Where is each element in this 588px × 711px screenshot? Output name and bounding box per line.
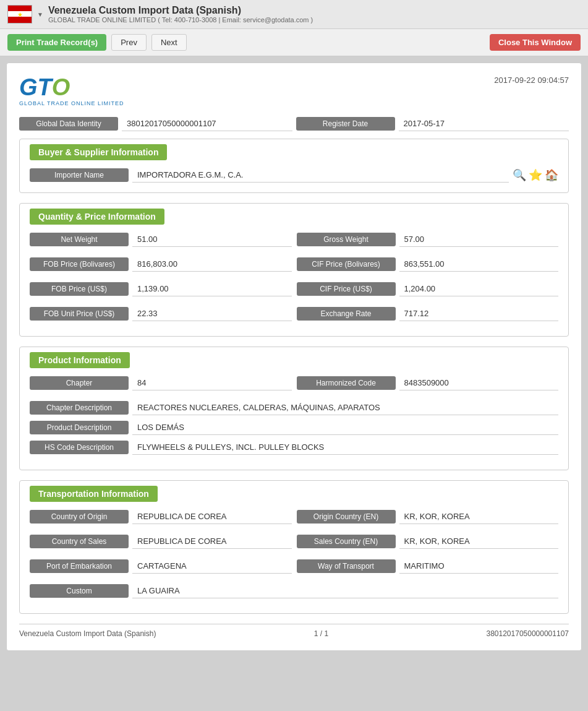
dropdown-arrow[interactable]: ▼ <box>37 11 43 18</box>
hs-code-description-value: FLYWHEELS & PULLEYS, INCL. PULLEY BLOCKS <box>132 440 558 455</box>
flag-icon <box>7 5 32 24</box>
origin-country-en-label: Origin Country (EN) <box>297 510 396 524</box>
harmonized-code-row: Harmonized Code 8483509000 <box>297 376 559 390</box>
quantity-price-section: Quantity & Price Information Net Weight … <box>19 203 569 337</box>
footer-left: Venezuela Custom Import Data (Spanish) <box>19 629 156 638</box>
importer-row: Importer Name IMPORTADORA E.G.M., C.A. 🔍… <box>30 168 558 183</box>
gross-weight-row: Gross Weight 57.00 <box>297 232 559 247</box>
fob-price-usd-label: FOB Price (US$) <box>30 282 129 296</box>
global-data-identity-value: 38012017050000001107 <box>122 116 292 131</box>
footer-center: 1 / 1 <box>314 629 328 638</box>
port-of-embarkation-label: Port of Embarkation <box>30 559 129 573</box>
footer-right: 38012017050000001107 <box>487 629 569 638</box>
gross-weight-label: Gross Weight <box>297 233 396 246</box>
importer-icons: 🔍 ⭐ 🏠 <box>513 168 558 182</box>
main-content: G T O GLOBAL TRADE ONLINE LIMITED 2017-0… <box>6 62 582 651</box>
sales-country-en-label: Sales Country (EN) <box>297 535 396 548</box>
register-date-value: 2017-05-17 <box>399 116 569 131</box>
record-date: 2017-09-22 09:04:57 <box>494 75 569 85</box>
sales-country-en-row: Sales Country (EN) KR, KOR, KOREA <box>297 534 559 549</box>
home-icon[interactable]: 🏠 <box>545 168 558 182</box>
product-title: Product Information <box>30 352 130 368</box>
custom-row: Custom LA GUAIRA <box>30 584 558 598</box>
next-button[interactable]: Next <box>151 34 187 51</box>
cif-price-usd-label: CIF Price (US$) <box>297 282 396 296</box>
chapter-description-row: Chapter Description REACTORES NUCLEARES,… <box>30 400 558 415</box>
chapter-value: 84 <box>132 376 292 390</box>
app-subtitle: GLOBAL TRADE ONLINE LIMITED ( Tel: 400-7… <box>48 16 313 24</box>
chapter-row: Chapter 84 <box>30 376 292 390</box>
prev-button[interactable]: Prev <box>111 34 147 51</box>
star-icon[interactable]: ⭐ <box>529 168 542 182</box>
way-of-transport-label: Way of Transport <box>297 559 396 573</box>
toolbar: Print Trade Record(s) Prev Next Close Th… <box>0 29 588 56</box>
chapter-description-label: Chapter Description <box>30 401 129 415</box>
net-weight-row: Net Weight 51.00 <box>30 232 292 247</box>
fob-price-bol-label: FOB Price (Bolivares) <box>30 257 129 271</box>
transportation-grid: Country of Origin REPUBLICA DE COREA Ori… <box>30 509 558 579</box>
net-weight-value: 51.00 <box>132 232 292 247</box>
custom-label: Custom <box>30 584 129 598</box>
country-of-origin-value: REPUBLICA DE COREA <box>132 509 292 524</box>
exchange-rate-row: Exchange Rate 717.12 <box>297 306 559 321</box>
identity-row: Global Data Identity 3801201705000000110… <box>19 116 569 131</box>
transportation-title-bar: Transportation Information <box>30 486 558 502</box>
close-window-button[interactable]: Close This Window <box>490 34 581 51</box>
origin-country-en-row: Origin Country (EN) KR, KOR, KOREA <box>297 509 559 524</box>
document-header: G T O GLOBAL TRADE ONLINE LIMITED 2017-0… <box>19 75 569 106</box>
hs-code-description-row: HS Code Description FLYWHEELS & PULLEYS,… <box>30 440 558 455</box>
country-of-sales-value: REPUBLICA DE COREA <box>132 534 292 549</box>
importer-name-value: IMPORTADORA E.G.M., C.A. <box>132 168 509 183</box>
product-title-bar: Product Information <box>30 352 558 368</box>
global-data-identity-label: Global Data Identity <box>19 117 118 131</box>
country-of-origin-row: Country of Origin REPUBLICA DE COREA <box>30 509 292 524</box>
top-bar: ▼ Venezuela Custom Import Data (Spanish)… <box>0 0 588 29</box>
port-of-embarkation-value: CARTAGENA <box>132 559 292 574</box>
net-weight-label: Net Weight <box>30 233 129 246</box>
product-top-grid: Chapter 84 Harmonized Code 8483509000 <box>30 376 558 395</box>
document-footer: Venezuela Custom Import Data (Spanish) 1… <box>19 624 569 638</box>
hs-code-description-label: HS Code Description <box>30 441 129 454</box>
fob-price-bol-value: 816,803.00 <box>132 257 292 272</box>
cif-price-bol-value: 863,551.00 <box>399 257 559 272</box>
country-of-sales-label: Country of Sales <box>30 535 129 548</box>
quantity-price-title: Quantity & Price Information <box>30 209 164 225</box>
gross-weight-value: 57.00 <box>399 232 559 247</box>
way-of-transport-value: MARITIMO <box>399 559 559 574</box>
search-icon[interactable]: 🔍 <box>513 168 526 182</box>
importer-name-label: Importer Name <box>30 168 129 182</box>
app-title: Venezuela Custom Import Data (Spanish) <box>48 5 313 16</box>
fob-unit-price-value: 22.33 <box>132 306 292 321</box>
way-of-transport-row: Way of Transport MARITIMO <box>297 559 559 574</box>
product-description-row: Product Description LOS DEMÁS <box>30 420 558 435</box>
port-of-embarkation-row: Port of Embarkation CARTAGENA <box>30 559 292 574</box>
transportation-title: Transportation Information <box>30 486 158 502</box>
country-of-sales-row: Country of Sales REPUBLICA DE COREA <box>30 534 292 549</box>
sales-country-en-value: KR, KOR, KOREA <box>399 534 559 549</box>
fob-price-bol-row: FOB Price (Bolivares) 816,803.00 <box>30 257 292 272</box>
fob-unit-price-row: FOB Unit Price (US$) 22.33 <box>30 306 292 321</box>
buyer-supplier-section: Buyer & Supplier Information Importer Na… <box>19 139 569 193</box>
buyer-supplier-title-bar: Buyer & Supplier Information <box>30 144 558 160</box>
fob-price-usd-row: FOB Price (US$) 1,139.00 <box>30 282 292 296</box>
exchange-rate-value: 717.12 <box>399 306 559 321</box>
fob-price-usd-value: 1,139.00 <box>132 282 292 296</box>
register-date-label: Register Date <box>296 117 395 131</box>
harmonized-code-value: 8483509000 <box>399 376 559 390</box>
fob-unit-price-label: FOB Unit Price (US$) <box>30 307 129 321</box>
product-description-label: Product Description <box>30 421 129 434</box>
custom-value: LA GUAIRA <box>132 584 558 598</box>
logo-subtitle: GLOBAL TRADE ONLINE LIMITED <box>19 100 124 106</box>
origin-country-en-value: KR, KOR, KOREA <box>399 509 559 524</box>
chapter-label: Chapter <box>30 376 129 390</box>
product-description-value: LOS DEMÁS <box>132 420 558 435</box>
print-button[interactable]: Print Trade Record(s) <box>7 34 106 51</box>
cif-price-bol-label: CIF Price (Bolivares) <box>297 257 396 271</box>
chapter-description-value: REACTORES NUCLEARES, CALDERAS, MÁQUINAS,… <box>132 400 558 415</box>
quantity-price-title-bar: Quantity & Price Information <box>30 209 558 225</box>
buyer-supplier-title: Buyer & Supplier Information <box>30 144 167 160</box>
country-of-origin-label: Country of Origin <box>30 510 129 524</box>
cif-price-bol-row: CIF Price (Bolivares) 863,551.00 <box>297 257 559 272</box>
exchange-rate-label: Exchange Rate <box>297 307 396 321</box>
harmonized-code-label: Harmonized Code <box>297 376 396 390</box>
